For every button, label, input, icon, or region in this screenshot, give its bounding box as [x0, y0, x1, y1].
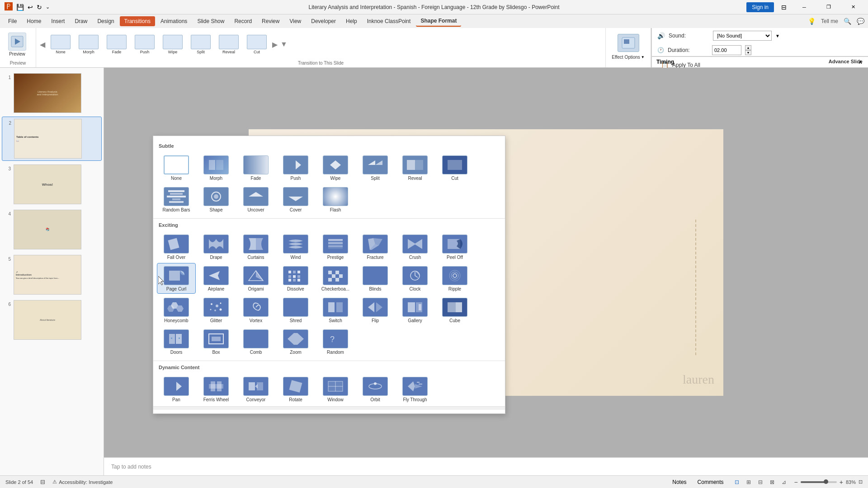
- menu-classpoint[interactable]: Inknoe ClassPoint: [363, 16, 415, 26]
- trans-cut[interactable]: Cut: [435, 152, 474, 183]
- trans-honeycomb[interactable]: Honeycomb: [157, 295, 196, 325]
- redo-icon[interactable]: ↻: [37, 4, 42, 11]
- trans-shape[interactable]: Shape: [197, 184, 236, 215]
- trans-blinds[interactable]: Blinds: [356, 263, 395, 294]
- trans-uncover[interactable]: Uncover: [236, 184, 275, 215]
- presenter-view-button[interactable]: ⊿: [779, 477, 789, 487]
- customize-icon[interactable]: ⌄: [46, 4, 50, 10]
- slide-thumb-3[interactable]: 3 Whoa!: [2, 163, 102, 206]
- menu-animations[interactable]: Animations: [156, 16, 192, 26]
- trans-fall-over[interactable]: Fall Over: [157, 231, 196, 262]
- zoom-slider[interactable]: [801, 481, 837, 483]
- trans-page-curl[interactable]: Page Curl: [157, 263, 196, 294]
- trans-crush[interactable]: Crush: [396, 231, 434, 262]
- trans-cube[interactable]: Cube: [435, 295, 474, 325]
- trans-fade[interactable]: Fade: [236, 152, 275, 183]
- expand-arrow[interactable]: ▼: [279, 40, 288, 48]
- menu-review[interactable]: Review: [257, 16, 284, 26]
- slide-thumb-6[interactable]: 6 About literature: [2, 298, 102, 342]
- trans-cover[interactable]: Cover: [276, 184, 315, 215]
- comments-button[interactable]: Comments: [695, 478, 726, 486]
- trans-fly-through[interactable]: Fly Through: [396, 374, 434, 404]
- trans-random[interactable]: ? Random: [316, 326, 355, 357]
- preview-button[interactable]: Preview: [4, 31, 31, 58]
- duration-spinner[interactable]: ▲ ▼: [745, 45, 751, 55]
- trans-reveal[interactable]: Reveal: [396, 152, 434, 183]
- duration-input[interactable]: [712, 45, 741, 55]
- trans-rotate[interactable]: Rotate: [276, 374, 315, 404]
- sound-dropdown-arrow[interactable]: ▼: [775, 33, 780, 38]
- menu-record[interactable]: Record: [230, 16, 256, 26]
- trans-wind[interactable]: Wind: [276, 231, 315, 262]
- trans-box[interactable]: Box: [197, 326, 236, 357]
- scroll-right-arrow[interactable]: ▶: [271, 40, 278, 49]
- notes-button[interactable]: Notes: [670, 478, 689, 486]
- outline-view-button[interactable]: ⊞: [744, 477, 754, 487]
- slide-sorter-button[interactable]: ⊟: [755, 477, 765, 487]
- menu-transitions[interactable]: Transitions: [120, 16, 155, 26]
- menu-draw[interactable]: Draw: [70, 16, 92, 26]
- trans-checkerboard[interactable]: Checkerboa...: [316, 263, 355, 294]
- notes-bar[interactable]: Tap to add notes: [104, 457, 868, 475]
- close-button[interactable]: ✕: [843, 0, 863, 14]
- trans-peel-off[interactable]: Peel Off: [435, 231, 474, 262]
- menu-insert[interactable]: Insert: [47, 16, 69, 26]
- trans-random-bars[interactable]: Random Bars: [157, 184, 196, 215]
- slide-thumb-4[interactable]: 4 📚: [2, 208, 102, 251]
- trans-morph[interactable]: Morph: [197, 152, 236, 183]
- trans-curtains[interactable]: Curtains: [236, 231, 275, 262]
- trans-pan[interactable]: Pan: [157, 374, 196, 404]
- trans-conveyor[interactable]: Conveyor: [236, 374, 275, 404]
- trans-flip[interactable]: Flip: [356, 295, 395, 325]
- trans-doors[interactable]: Doors: [157, 326, 196, 357]
- zoom-in-icon[interactable]: +: [840, 479, 843, 486]
- trans-flash[interactable]: Flash: [316, 184, 355, 215]
- trans-orbit[interactable]: Orbit: [356, 374, 395, 404]
- ts-reveal[interactable]: Reveal: [215, 33, 242, 56]
- ts-morph[interactable]: Morph: [75, 33, 102, 56]
- trans-clock[interactable]: Clock: [396, 263, 434, 294]
- ts-cut[interactable]: Cut: [243, 33, 270, 56]
- restore-down-icon[interactable]: ⊟: [778, 4, 790, 11]
- trans-split[interactable]: Split: [356, 152, 395, 183]
- layout-icon[interactable]: ⊟: [40, 479, 45, 485]
- slide-thumb-5[interactable]: 5 ↗ Introduction You can give a brief de…: [2, 253, 102, 296]
- trans-comb[interactable]: Comb: [236, 326, 275, 357]
- menu-slideshow[interactable]: Slide Show: [193, 16, 229, 26]
- trans-shred[interactable]: Shred: [276, 295, 315, 325]
- sound-select[interactable]: [No Sound]: [713, 31, 772, 41]
- timing-collapse-button[interactable]: ∧: [859, 59, 863, 65]
- reading-view-button[interactable]: ⊠: [767, 477, 777, 487]
- fit-slide-icon[interactable]: ⊡: [859, 479, 863, 485]
- ts-wipe[interactable]: Wipe: [159, 33, 186, 56]
- trans-zoom[interactable]: Zoom: [276, 326, 315, 357]
- ts-none[interactable]: None: [47, 33, 74, 56]
- duration-down[interactable]: ▼: [745, 50, 751, 55]
- menu-view[interactable]: View: [285, 16, 306, 26]
- accessibility-indicator[interactable]: ⚠ Accessibility: Investigate: [52, 479, 113, 485]
- trans-prestige[interactable]: Prestige: [316, 231, 355, 262]
- slide-thumb-2[interactable]: 2 Table of contents 📖: [2, 117, 102, 161]
- trans-origami[interactable]: Origami: [236, 263, 275, 294]
- trans-ferris-wheel[interactable]: Ferris Wheel: [197, 374, 236, 404]
- trans-wipe[interactable]: Wipe: [316, 152, 355, 183]
- panel-resize-handle[interactable]: [153, 406, 505, 410]
- restore-button[interactable]: ❐: [818, 0, 839, 14]
- zoom-thumb[interactable]: [824, 479, 828, 484]
- effect-options-label-row[interactable]: Effect Options ▼: [612, 55, 645, 60]
- trans-vortex[interactable]: Vortex: [236, 295, 275, 325]
- scroll-left-arrow[interactable]: ◀: [39, 40, 46, 49]
- trans-window[interactable]: Window: [316, 374, 355, 404]
- minimize-button[interactable]: ─: [794, 0, 815, 14]
- save-icon[interactable]: 💾: [16, 4, 24, 11]
- trans-airplane[interactable]: Airplane: [197, 263, 236, 294]
- menu-shape-format[interactable]: Shape Format: [416, 16, 461, 27]
- menu-design[interactable]: Design: [93, 16, 118, 26]
- tell-me-label[interactable]: Tell me: [821, 18, 838, 24]
- menu-home[interactable]: Home: [22, 16, 46, 26]
- comment-icon[interactable]: 💬: [857, 18, 864, 25]
- trans-none[interactable]: None: [157, 152, 196, 183]
- trans-ripple[interactable]: Ripple: [435, 263, 474, 294]
- trans-push[interactable]: Push: [276, 152, 315, 183]
- trans-switch[interactable]: Switch: [316, 295, 355, 325]
